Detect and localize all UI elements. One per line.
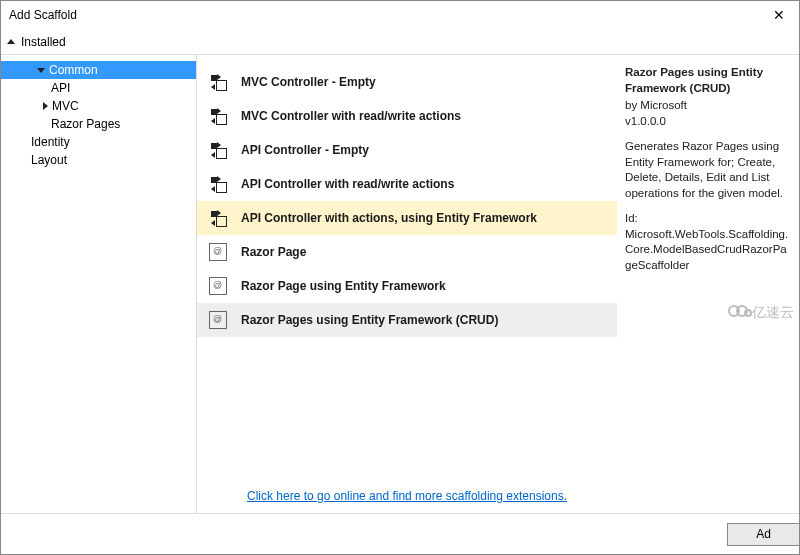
- scaffold-item[interactable]: API Controller with actions, using Entit…: [197, 201, 617, 235]
- online-extensions-link-line: Click here to go online and find more sc…: [197, 479, 617, 513]
- scaffold-list-panel: MVC Controller - EmptyMVC Controller wit…: [197, 55, 617, 513]
- tree-node-layout[interactable]: Layout: [1, 151, 196, 169]
- details-panel: Razor Pages using Entity Framework (CRUD…: [617, 55, 799, 513]
- scaffold-item[interactable]: MVC Controller with read/write actions: [197, 99, 617, 133]
- add-button[interactable]: Ad: [727, 523, 799, 546]
- details-description: Generates Razor Pages using Entity Frame…: [625, 139, 789, 201]
- tree-node-common[interactable]: Common: [1, 61, 196, 79]
- close-icon[interactable]: ✕: [759, 1, 799, 29]
- scaffold-item[interactable]: API Controller - Empty: [197, 133, 617, 167]
- dialog-footer: Ad: [1, 514, 799, 554]
- scaffold-item-label: API Controller with read/write actions: [241, 177, 454, 191]
- details-version: v1.0.0.0: [625, 114, 789, 130]
- scaffold-item[interactable]: Razor Page: [197, 235, 617, 269]
- controller-icon: [209, 141, 227, 159]
- tree-node-identity[interactable]: Identity: [1, 133, 196, 151]
- online-extensions-link[interactable]: Click here to go online and find more sc…: [247, 489, 567, 503]
- collapsed-icon: [43, 102, 48, 110]
- controller-icon: [209, 107, 227, 125]
- breadcrumb-label: Installed: [21, 35, 66, 49]
- tree-label: API: [51, 81, 70, 95]
- dialog-body: Common API MVC Razor Pages Identity Layo…: [1, 55, 799, 514]
- scaffold-item-label: MVC Controller with read/write actions: [241, 109, 461, 123]
- scaffold-item-label: Razor Pages using Entity Framework (CRUD…: [241, 313, 498, 327]
- scaffold-item-label: MVC Controller - Empty: [241, 75, 376, 89]
- breadcrumb[interactable]: Installed: [1, 29, 799, 55]
- controller-icon: [209, 73, 227, 91]
- details-author: by Microsoft: [625, 98, 789, 114]
- tree-node-razor-pages[interactable]: Razor Pages: [1, 115, 196, 133]
- razor-page-icon: [209, 243, 227, 261]
- scaffold-item[interactable]: Razor Page using Entity Framework: [197, 269, 617, 303]
- category-tree: Common API MVC Razor Pages Identity Layo…: [1, 55, 197, 513]
- razor-page-icon: [209, 277, 227, 295]
- dialog-title: Add Scaffold: [9, 8, 77, 22]
- controller-icon: [209, 175, 227, 193]
- scaffold-list: MVC Controller - EmptyMVC Controller wit…: [197, 65, 617, 479]
- tree-label: MVC: [52, 99, 79, 113]
- tree-label: Common: [49, 63, 98, 77]
- tree-node-mvc[interactable]: MVC: [1, 97, 196, 115]
- details-id: Id: Microsoft.WebTools.Scaffolding.Core.…: [625, 211, 789, 273]
- razor-page-icon: [209, 311, 227, 329]
- tree-label: Identity: [31, 135, 70, 149]
- scaffold-item-label: API Controller - Empty: [241, 143, 369, 157]
- expanded-icon: [37, 68, 45, 73]
- add-scaffold-dialog: Add Scaffold ✕ Installed Common API MVC …: [0, 0, 800, 555]
- scaffold-item[interactable]: API Controller with read/write actions: [197, 167, 617, 201]
- controller-icon: [209, 209, 227, 227]
- expand-up-icon: [7, 39, 15, 44]
- scaffold-item-label: Razor Page: [241, 245, 306, 259]
- details-title: Razor Pages using Entity Framework (CRUD…: [625, 65, 789, 96]
- scaffold-item[interactable]: Razor Pages using Entity Framework (CRUD…: [197, 303, 617, 337]
- scaffold-item-label: Razor Page using Entity Framework: [241, 279, 446, 293]
- scaffold-item[interactable]: MVC Controller - Empty: [197, 65, 617, 99]
- tree-node-api[interactable]: API: [1, 79, 196, 97]
- tree-label: Layout: [31, 153, 67, 167]
- tree-label: Razor Pages: [51, 117, 120, 131]
- scaffold-item-label: API Controller with actions, using Entit…: [241, 211, 537, 225]
- titlebar: Add Scaffold ✕: [1, 1, 799, 29]
